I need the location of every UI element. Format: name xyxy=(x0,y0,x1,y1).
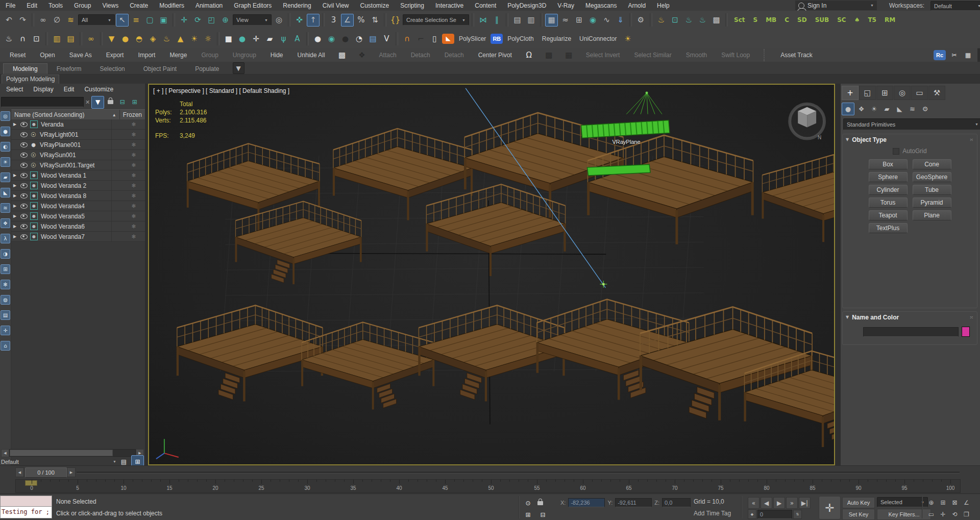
menu-arnold[interactable]: Arnold xyxy=(622,1,651,11)
copy-doc-icon[interactable]: ▥ xyxy=(51,32,63,45)
checker4-icon[interactable]: ▦ xyxy=(562,48,575,61)
collapse-tree-icon[interactable]: ⊟ xyxy=(117,97,128,108)
curve-editor-icon[interactable]: ≈ xyxy=(559,14,572,27)
explorer-menu-customize[interactable]: Customize xyxy=(79,84,118,94)
visibility-eye-icon[interactable] xyxy=(20,142,28,147)
tab-selection[interactable]: Selection xyxy=(90,64,134,74)
filter-funnel-icon[interactable]: ▼ xyxy=(91,96,104,109)
material-editor-icon[interactable]: ◉ xyxy=(586,14,599,27)
export-button[interactable]: Export xyxy=(103,52,128,59)
sini-sc-button[interactable]: SC xyxy=(834,16,849,23)
unlink-selection-icon[interactable]: ∅ xyxy=(51,14,63,27)
open-button[interactable]: Open xyxy=(36,52,58,59)
menu-rendering[interactable]: Rendering xyxy=(277,1,316,11)
frame-spinner[interactable]: ⇅ xyxy=(793,510,802,519)
frozen-toggle-icon[interactable]: ✻ xyxy=(122,203,145,209)
list-item[interactable]: ▶●Wood Veranda4✻ xyxy=(11,201,145,211)
display-spacewarps-icon[interactable]: ≋ xyxy=(1,203,10,213)
ribbon-toggle-icon[interactable]: ▦ xyxy=(545,14,558,27)
display-lights-icon[interactable]: ☀ xyxy=(1,157,10,167)
list-item[interactable]: ▶●Wood Veranda 1✻ xyxy=(11,170,145,181)
tab-create[interactable]: + xyxy=(842,86,859,100)
arnold-icon[interactable]: ∩ xyxy=(401,32,413,45)
scroll-left-icon[interactable]: ◀ xyxy=(1,449,9,457)
checker3-icon[interactable]: ▩ xyxy=(543,48,555,61)
sun2-icon[interactable]: ☀ xyxy=(621,32,634,45)
sini-sub-button[interactable]: SUB xyxy=(812,16,833,23)
save-as-button[interactable]: Save As xyxy=(66,52,95,59)
sini-scatter-button[interactable]: Sct xyxy=(730,16,749,23)
tab-populate[interactable]: Populate xyxy=(186,64,228,74)
tab-utilities[interactable]: ⚒ xyxy=(928,86,945,100)
object-type-header[interactable]: ▼ Object Type ⁙ xyxy=(843,134,977,145)
set-key-big-button[interactable]: ✛ xyxy=(819,496,841,519)
zoom-region-icon[interactable]: ▭ xyxy=(926,509,937,519)
name-color-header[interactable]: ▼ Name and Color ⁙ xyxy=(843,312,977,323)
vr-goggles-icon[interactable]: ∞ xyxy=(85,32,97,45)
horizontal-scrollbar[interactable]: ◀ ▶ xyxy=(1,449,144,457)
time-slider-track[interactable] xyxy=(77,472,960,474)
scene-explorer-header[interactable]: Name (Sorted Ascending) ▲ Frozen xyxy=(0,109,145,120)
sphere-button[interactable]: Sphere xyxy=(869,172,908,182)
render-setup-icon[interactable]: ♨ xyxy=(655,14,668,27)
display-frozen-icon[interactable]: ✻ xyxy=(1,280,10,289)
explorer-menu-select[interactable]: Select xyxy=(1,84,28,94)
group-button[interactable]: Group xyxy=(198,52,222,59)
viewcube-north-label[interactable]: N xyxy=(818,135,821,140)
select-and-scale-icon[interactable]: ◰ xyxy=(205,14,218,27)
preset-name[interactable]: Default xyxy=(1,459,67,465)
tube-button[interactable]: Tube xyxy=(913,185,951,195)
frozen-toggle-icon[interactable]: ✻ xyxy=(122,193,145,199)
previous-frame-button[interactable]: ◀ xyxy=(761,497,772,509)
pliers-icon[interactable]: ✂ xyxy=(949,49,960,60)
list-item[interactable]: ▶●Wood Veranda 2✻ xyxy=(11,181,145,191)
menu-graph-editors[interactable]: Graph Editors xyxy=(228,1,277,11)
go-to-end-button[interactable]: ▶| xyxy=(799,497,811,509)
menu-tools[interactable]: Tools xyxy=(43,1,68,11)
keyboard-shortcut-override-icon[interactable]: ↑ xyxy=(307,14,320,27)
detach2-button[interactable]: Detach xyxy=(441,52,468,59)
mirror-icon[interactable]: ⋈ xyxy=(477,14,489,27)
menu-civil-view[interactable]: Civil View xyxy=(317,1,355,11)
track-bar[interactable]: 0510152025303540455055606570758085909510… xyxy=(0,478,980,493)
select-by-name-icon[interactable]: ≡ xyxy=(130,14,142,27)
named-selection-sets-icon[interactable]: {} xyxy=(389,14,402,27)
current-frame-field[interactable]: 0 xyxy=(757,510,792,519)
grass-icon[interactable]: ψ xyxy=(277,32,290,45)
row-config-icon[interactable]: ◎ xyxy=(1,111,10,121)
state-sets-icon[interactable]: ∿ xyxy=(600,14,613,27)
frozen-toggle-icon[interactable]: ✻ xyxy=(122,224,145,229)
frozen-toggle-icon[interactable]: ✻ xyxy=(122,183,145,188)
sini-rm-button[interactable]: RM xyxy=(881,16,899,23)
create-lights-icon[interactable]: ☀ xyxy=(868,103,880,115)
key-filters-button[interactable]: Key Filters... xyxy=(877,509,931,520)
menu-edit[interactable]: Edit xyxy=(21,1,43,11)
create-cameras-icon[interactable]: ▰ xyxy=(881,103,893,115)
list-item[interactable]: ▶●Wood Veranda 8✻ xyxy=(11,191,145,201)
box-button[interactable]: Box xyxy=(869,159,908,169)
pan-icon[interactable]: ✛ xyxy=(938,509,948,519)
display-xrefs-icon[interactable]: ⊞ xyxy=(1,264,10,274)
list-item[interactable]: ☉VRaySun001.Target✻ xyxy=(11,160,145,170)
explorer-menu-edit[interactable]: Edit xyxy=(59,84,80,94)
sun-light-icon[interactable]: ☀ xyxy=(188,32,201,45)
explorer-menu-display[interactable]: Display xyxy=(28,84,58,94)
create-geometry-icon[interactable]: ● xyxy=(842,103,854,115)
select-and-manipulate-icon[interactable]: ✜ xyxy=(293,14,306,27)
align-icon[interactable]: ∥ xyxy=(491,14,503,27)
object-color-swatch[interactable] xyxy=(962,327,970,337)
list-item[interactable]: ☉VRaySun001✻ xyxy=(11,150,145,160)
display-bones-icon[interactable]: λ xyxy=(1,234,10,243)
select-invert-button[interactable]: Select Invert xyxy=(582,52,624,59)
select-similar-button[interactable]: Select Similar xyxy=(630,52,675,59)
render-setup-gear-icon[interactable]: ⚙ xyxy=(634,14,647,27)
cube-icon[interactable]: ■ xyxy=(222,32,235,45)
geosphere-button[interactable]: GeoSphere xyxy=(913,172,951,182)
capsule-primitive-icon[interactable]: ◓ xyxy=(133,32,145,45)
polyslicer-button[interactable]: PolySlicer xyxy=(455,35,489,42)
chevron-down-icon[interactable]: ▼ xyxy=(111,460,116,463)
select-and-place-icon[interactable]: ⊕ xyxy=(219,14,232,27)
pyramid-button[interactable]: Pyramid xyxy=(913,197,951,208)
polycloth-button[interactable]: PolyCloth xyxy=(504,35,537,42)
window-icon[interactable]: ⊡ xyxy=(30,32,43,45)
